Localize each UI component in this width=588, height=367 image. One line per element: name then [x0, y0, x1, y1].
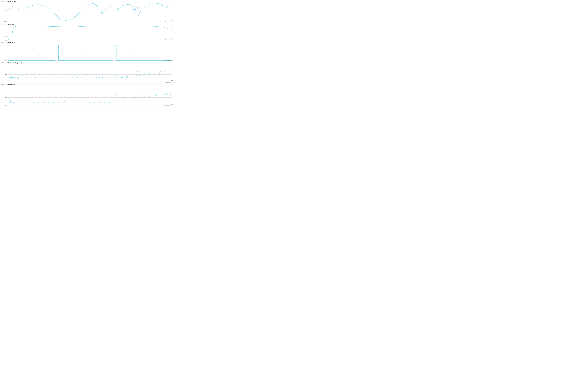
- svg-text:.0000: .0000: [5, 40, 8, 41]
- block-y-max: 58.000: [0, 42, 4, 43]
- profile-y-max: 6.1258: [0, 0, 4, 2]
- iri-x-label: 10.21hundreds of feet: [165, 80, 173, 83]
- block-x-label: 10.21hundreds of feet: [165, 58, 173, 61]
- bump-title: Bump Index: [8, 84, 15, 85]
- svg-text:0.00: 0.00: [5, 10, 8, 11]
- speed-y-max: 6.000: [0, 24, 3, 25]
- bump-x-label: 10.21hundreds of feet: [165, 104, 173, 107]
- svg-text:.0000: .0000: [5, 60, 8, 61]
- iri-panel: 1.2538 IRI, Rectified Slope, in/ft 0.00 …: [0, 61, 174, 83]
- block-svg: .0000: [0, 41, 174, 61]
- speed-svg: 0.00 .0000: [0, 23, 174, 41]
- iri-y-max: 1.2538: [0, 62, 4, 63]
- profile-svg: 0.00 -9.2344: [0, 0, 174, 23]
- profile-x-label: 10.21hundreds of feet: [165, 20, 173, 23]
- bump-svg: 0.00 .0000: [0, 83, 174, 107]
- bump-panel: 1.4892 Bump Index 0.00 .0000 10.21hundre…: [0, 83, 174, 107]
- iri-title: IRI, Rectified Slope, in/ft: [8, 62, 22, 64]
- svg-text:-9.2344: -9.2344: [4, 21, 8, 22]
- svg-text:.0000: .0000: [5, 81, 8, 83]
- profile-title: Profile (inches): [8, 1, 17, 2]
- svg-text:0.00: 0.00: [5, 97, 8, 99]
- chart-container: 6.1258 Profile (inches) 0.00 -9.2344: [0, 0, 174, 107]
- svg-text:0.00: 0.00: [5, 74, 8, 75]
- svg-text:0.00: 0.00: [5, 36, 8, 37]
- block-marker-panel: 58.000 Block marker .0000 10.21hundreds …: [0, 41, 174, 61]
- block-title: Block marker: [8, 42, 15, 43]
- speed-title: Speed (ft/s): [8, 24, 14, 25]
- speed-panel: 6.000 Speed (ft/s) 0.00 .0000 10.21hundr…: [0, 23, 174, 41]
- svg-text:.0000: .0000: [5, 105, 8, 106]
- iri-svg: 0.00 .0000: [0, 61, 174, 83]
- bump-y-max: 1.4892: [0, 84, 4, 85]
- speed-x-label: 10.21hundreds of feet: [165, 38, 173, 41]
- profile-panel: 6.1258 Profile (inches) 0.00 -9.2344: [0, 0, 174, 23]
